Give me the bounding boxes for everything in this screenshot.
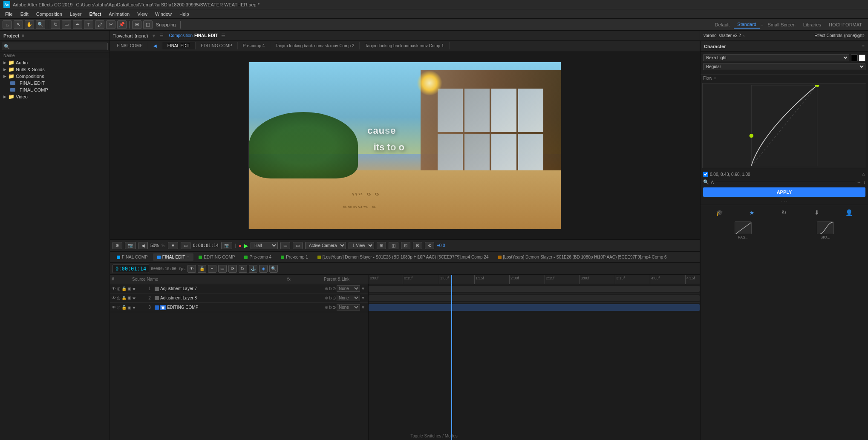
project-item-final-edit[interactable]: FINAL EDIT bbox=[0, 80, 110, 86]
tl-btn-search[interactable]: 🔍 bbox=[269, 265, 278, 273]
view-icons[interactable]: ⊞ bbox=[377, 242, 386, 249]
layer-lock-1[interactable]: 🔒 bbox=[121, 286, 127, 291]
quality-select[interactable]: Half Full Quarter bbox=[251, 242, 278, 249]
tl-btn-lock[interactable]: 🔒 bbox=[198, 265, 206, 273]
paint-tool[interactable]: 🖊 bbox=[95, 20, 104, 29]
tab-editing-comp[interactable]: EDITING COMP bbox=[196, 42, 237, 49]
text-tool[interactable]: T bbox=[84, 20, 93, 29]
menu-layer[interactable]: Layer bbox=[66, 11, 85, 17]
tl-btn-eye[interactable]: 👁 bbox=[187, 265, 196, 273]
star-icon[interactable]: ★ bbox=[747, 208, 756, 217]
hand-tool[interactable]: ✋ bbox=[25, 20, 34, 29]
view-select[interactable]: 1 View bbox=[349, 242, 374, 249]
ws-libraries[interactable]: Libraries bbox=[800, 21, 825, 28]
bezier-ease2-icon[interactable]: ↕ bbox=[863, 180, 866, 185]
layer-lock-3[interactable]: 🔒 bbox=[121, 305, 127, 310]
layer-label-3[interactable]: ▣ bbox=[127, 305, 131, 310]
project-item-video[interactable]: ▶ 📁 Video bbox=[0, 93, 110, 100]
refresh-icon[interactable]: ↻ bbox=[779, 208, 789, 217]
layer-label-1[interactable]: ▣ bbox=[127, 286, 131, 291]
tl-btn-color[interactable]: ◈ bbox=[259, 265, 268, 273]
apply-button[interactable]: APPLY bbox=[703, 187, 865, 197]
tl-tab-demon-slayer-6[interactable]: [LostYears] Demon Slayer - S01E26 (BD 10… bbox=[494, 253, 671, 261]
zoom-tool[interactable]: 🔍 bbox=[36, 20, 45, 29]
ws-hochformat[interactable]: HOCHFORMAT bbox=[825, 21, 865, 28]
bezier-ease-icon[interactable]: ↔ bbox=[857, 180, 862, 185]
tl-tab-final-comp[interactable]: FINAL COMP bbox=[112, 253, 152, 261]
puppet-tool[interactable]: 📌 bbox=[117, 20, 127, 29]
menu-window[interactable]: Window bbox=[152, 11, 175, 17]
snap-btn[interactable]: ◫ bbox=[143, 20, 153, 29]
color-swatch-black[interactable] bbox=[851, 55, 858, 61]
download-icon[interactable]: ⬇ bbox=[812, 208, 822, 217]
tab-final-edit[interactable]: FINAL EDIT bbox=[162, 42, 196, 49]
layer-shy-2[interactable]: ★ bbox=[132, 296, 136, 300]
project-item-nulls[interactable]: ▶ 📁 Nulls & Solids bbox=[0, 66, 110, 73]
layer-solo-3[interactable]: ◎ bbox=[117, 305, 121, 310]
menu-effect[interactable]: Effect bbox=[86, 11, 104, 17]
quality-icons2[interactable]: ▭ bbox=[293, 242, 303, 249]
tl-btn-media[interactable]: ▭ bbox=[218, 265, 227, 273]
view-icons2[interactable]: ◫ bbox=[389, 242, 398, 249]
tl-tab-precomp4[interactable]: Pre-comp 4 bbox=[240, 253, 276, 261]
view-icons3[interactable]: ⊡ bbox=[401, 242, 410, 249]
parent-select-2[interactable]: None bbox=[337, 295, 360, 301]
tl-btn-fx[interactable]: fx bbox=[239, 265, 247, 273]
menu-help[interactable]: Help bbox=[176, 11, 193, 17]
save-preset-icon[interactable]: 🎓 bbox=[715, 208, 724, 217]
tab-final-comp[interactable]: FINAL COMP bbox=[112, 42, 148, 49]
viewer-ctrl-icons[interactable]: ⚙ bbox=[112, 242, 122, 249]
project-item-compositions[interactable]: ▶ 📁 Compositions bbox=[0, 73, 110, 80]
resolution-icon[interactable]: ▭ bbox=[181, 242, 190, 249]
preset-thumb-sio[interactable] bbox=[817, 221, 834, 234]
home-tool[interactable]: ⌂ bbox=[3, 20, 12, 29]
camera-select[interactable]: Active Camera bbox=[305, 242, 346, 249]
layer-eye-2[interactable]: 👁 bbox=[112, 296, 116, 300]
zoom-dropdown[interactable]: ▼ bbox=[168, 242, 178, 249]
align-btn[interactable]: ⊞ bbox=[132, 20, 141, 29]
project-item-audio[interactable]: ▶ 📁 Audio bbox=[0, 59, 110, 66]
upload-icon[interactable]: 👤 bbox=[845, 208, 854, 217]
viewer-ctrl-icons2[interactable]: 📷 bbox=[125, 242, 136, 249]
layer-eye-1[interactable]: 👁 bbox=[112, 286, 116, 291]
parent-select-3[interactable]: None bbox=[337, 304, 360, 311]
menu-composition[interactable]: Composition bbox=[33, 11, 66, 17]
tl-tab-demon-slayer-24[interactable]: [LostYears] Demon Slayer - S01E26 (BD 10… bbox=[313, 253, 493, 261]
view-icons5[interactable]: ⟲ bbox=[425, 242, 434, 249]
camera-icon[interactable]: 📷 bbox=[221, 242, 232, 249]
font-style-select[interactable]: Regular bbox=[703, 63, 865, 70]
quality-icons[interactable]: ▭ bbox=[280, 242, 290, 249]
layer-label-2[interactable]: ▣ bbox=[127, 296, 131, 300]
tab-tanjiro-comp2[interactable]: Tanjiro looking back nomask.mov Comp 2 bbox=[270, 42, 360, 49]
tl-tab-editing-comp[interactable]: EDITING COMP bbox=[194, 253, 239, 261]
layer-shy-3[interactable]: ★ bbox=[132, 305, 136, 310]
layer-shy-1[interactable]: ★ bbox=[132, 286, 136, 291]
tl-btn-anchor[interactable]: ⚓ bbox=[249, 265, 257, 273]
project-item-final-comp[interactable]: FINAL COMP bbox=[0, 86, 110, 93]
view-icons4[interactable]: ⊠ bbox=[413, 242, 422, 249]
ws-small-screen[interactable]: Small Screen bbox=[764, 21, 799, 28]
color-swatch-white[interactable] bbox=[859, 55, 865, 61]
pen-tool[interactable]: ✒ bbox=[73, 20, 82, 29]
preset-thumb-fas[interactable] bbox=[735, 221, 752, 234]
playhead-top[interactable] bbox=[451, 275, 452, 284]
select-tool[interactable]: ↖ bbox=[14, 20, 23, 29]
tab-precomp4[interactable]: Pre-comp 4 bbox=[238, 42, 271, 49]
layer-solo-2[interactable]: ◎ bbox=[117, 296, 121, 300]
project-search-input[interactable] bbox=[2, 43, 108, 50]
playhead[interactable] bbox=[451, 284, 452, 440]
tab-tanjiro-comp1[interactable]: Tanjiro looking back nomask.mov Comp 1 bbox=[360, 42, 449, 49]
bezier-a-icon[interactable]: A bbox=[711, 180, 714, 185]
bezier-reset-icon[interactable]: ☆ bbox=[862, 172, 865, 177]
ws-default[interactable]: Default bbox=[711, 21, 733, 28]
tl-tab-final-edit[interactable]: FINAL EDIT ≡ bbox=[153, 253, 193, 261]
timeline-current-time[interactable]: 0:00:01:14 bbox=[112, 265, 149, 273]
menu-animation[interactable]: Animation bbox=[105, 11, 133, 17]
tl-tab-precomp1[interactable]: Pre-comp 1 bbox=[277, 253, 312, 261]
clone-tool[interactable]: ✂ bbox=[106, 20, 115, 29]
shape-tool[interactable]: ▭ bbox=[62, 20, 71, 29]
font-family-select[interactable]: Nexa Light bbox=[703, 54, 849, 61]
viewer-ctrl-icons3[interactable]: ◀ bbox=[138, 242, 148, 249]
menu-file[interactable]: File bbox=[2, 11, 16, 17]
parent-select-1[interactable]: None bbox=[337, 285, 360, 292]
